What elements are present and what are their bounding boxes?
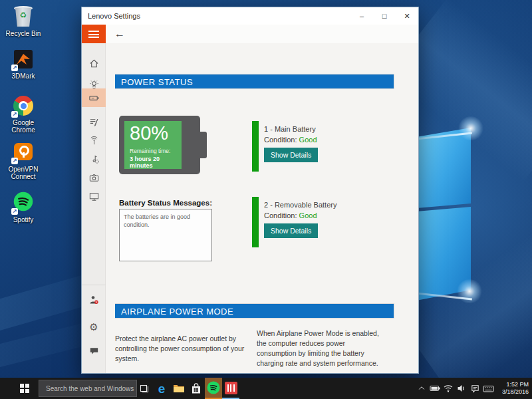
spotify-icon bbox=[207, 381, 220, 394]
minimize-button[interactable]: – bbox=[350, 7, 373, 25]
window-title: Lenovo Settings bbox=[82, 12, 350, 20]
search-input[interactable] bbox=[39, 380, 136, 396]
hamburger-icon bbox=[88, 31, 99, 40]
logo-corner-glow bbox=[458, 116, 484, 140]
windows-start-icon bbox=[20, 384, 29, 393]
condition-value: Good bbox=[299, 136, 317, 144]
wireless-icon bbox=[88, 135, 100, 146]
clock-time: 1:52 PM bbox=[495, 381, 529, 388]
volume-icon bbox=[456, 383, 467, 394]
sidebar-item-settings[interactable]: ⚙ bbox=[82, 317, 106, 336]
battery-messages-box: The batteries are in good condition. bbox=[119, 209, 212, 261]
remaining-time-label: Remaining time: bbox=[130, 148, 170, 154]
tray-volume-button[interactable] bbox=[455, 378, 468, 399]
tray-chevron-up-button[interactable] bbox=[415, 378, 428, 399]
pen-settings-icon bbox=[88, 116, 100, 128]
desktop-icon-3dmark[interactable]: ↗ 3DMark bbox=[4, 48, 43, 80]
show-details-button[interactable]: Show Details bbox=[264, 148, 318, 162]
tray-wifi-button[interactable] bbox=[442, 378, 455, 399]
action-center-icon bbox=[470, 384, 480, 394]
desktop-icon-label: 3DMark bbox=[4, 72, 43, 80]
tray-battery-button[interactable] bbox=[428, 378, 442, 399]
shortcut-arrow-icon: ↗ bbox=[11, 158, 18, 164]
audio-settings-icon bbox=[88, 154, 100, 165]
system-tray: 1:52 PM 3/18/2016 bbox=[415, 378, 532, 399]
lenovo-settings-taskbar-button[interactable] bbox=[222, 378, 239, 399]
desktop-icon-label: OpenVPN Connect bbox=[4, 166, 43, 180]
app-top-bar: ← bbox=[106, 25, 418, 43]
airplane-mode-header: AIRPLANE POWER MODE bbox=[115, 303, 394, 319]
condition-label: Condition: bbox=[264, 136, 299, 144]
maximize-button[interactable]: □ bbox=[373, 7, 396, 25]
condition-label: Condition: bbox=[264, 211, 299, 219]
file-explorer-taskbar-button[interactable] bbox=[170, 378, 188, 399]
store-taskbar-button[interactable] bbox=[188, 378, 205, 399]
back-button[interactable]: ← bbox=[111, 27, 128, 41]
power-status-header: POWER STATUS bbox=[115, 74, 394, 89]
airplane-mode-description-right: When Airplane Power Mode is enabled, the… bbox=[257, 329, 384, 368]
battery-gauge-terminal bbox=[199, 132, 207, 158]
condition-value: Good bbox=[299, 211, 317, 219]
battery-condition: Condition: Good bbox=[264, 136, 398, 144]
sidebar-item-feedback[interactable] bbox=[82, 341, 106, 360]
start-button[interactable] bbox=[0, 378, 37, 399]
feedback-icon bbox=[88, 345, 100, 356]
desktop-icon-label: Spotify bbox=[4, 216, 43, 223]
settings-gear-icon: ⚙ bbox=[89, 322, 98, 332]
battery-gauge: 80% Remaining time: 3 hours 20 minutes bbox=[119, 116, 208, 174]
camera-icon bbox=[88, 172, 100, 184]
task-view-button[interactable] bbox=[136, 378, 153, 399]
desktop-icon-openvpn-connect[interactable]: ↗ OpenVPN Connect bbox=[4, 141, 43, 180]
sidebar-item-wireless[interactable] bbox=[82, 131, 106, 150]
sidebar-item-home[interactable] bbox=[82, 54, 106, 72]
shortcut-arrow-icon: ↗ bbox=[11, 111, 18, 118]
clock-date: 3/18/2016 bbox=[495, 388, 529, 396]
sidebar-item-account[interactable] bbox=[82, 291, 106, 309]
account-alert-icon bbox=[88, 294, 100, 306]
desktop-icon-google-chrome[interactable]: ↗ Google Chrome bbox=[4, 94, 43, 134]
sidebar-divider bbox=[82, 285, 106, 285]
keyboard-icon bbox=[483, 384, 494, 394]
taskbar-search[interactable] bbox=[39, 380, 137, 397]
desktop-icon-spotify[interactable]: ↗ Spotify bbox=[4, 192, 43, 223]
battery-card-removable: 2 - Removable Battery Condition: Good Sh… bbox=[252, 197, 398, 238]
lenovo-settings-window: Lenovo Settings – □ ✕ ← bbox=[81, 7, 419, 374]
sidebar-item-display[interactable] bbox=[82, 187, 106, 205]
desktop-icon-recycle-bin[interactable]: ♻ Recycle Bin bbox=[4, 5, 43, 37]
battery-card-main: 1 - Main Battery Condition: Good Show De… bbox=[252, 121, 398, 162]
power-battery-icon bbox=[88, 92, 100, 104]
desktop-icon-label: Google Chrome bbox=[4, 119, 43, 134]
hamburger-menu-button[interactable] bbox=[82, 25, 106, 43]
show-details-button[interactable]: Show Details bbox=[264, 223, 318, 238]
battery-name: 1 - Main Battery bbox=[264, 121, 398, 133]
shortcut-arrow-icon: ↗ bbox=[11, 208, 18, 215]
taskbar: e bbox=[0, 378, 532, 399]
spotify-taskbar-button[interactable] bbox=[205, 378, 222, 399]
sidebar-item-power[interactable] bbox=[82, 88, 106, 107]
close-button[interactable]: ✕ bbox=[396, 7, 418, 25]
sidebar-item-pen-settings[interactable] bbox=[82, 112, 106, 131]
display-icon bbox=[88, 191, 100, 202]
recycle-icon: ♻ bbox=[13, 11, 34, 20]
windows-logo-upper-pane bbox=[416, 128, 471, 208]
window-titlebar[interactable]: Lenovo Settings – □ ✕ bbox=[82, 7, 418, 25]
wifi-icon bbox=[443, 383, 454, 394]
battery-messages-label: Battery Status Messages: bbox=[119, 199, 212, 207]
desktop-icon-label: Recycle Bin bbox=[4, 30, 43, 37]
airplane-mode-description-left: Protect the airplane AC power outlet by … bbox=[115, 334, 245, 364]
tray-action-center-button[interactable] bbox=[468, 378, 481, 399]
remaining-time-value: 3 hours 20 minutes bbox=[130, 156, 182, 169]
app-content: POWER STATUS 80% Remaining time: 3 hours… bbox=[106, 43, 418, 373]
tray-keyboard-button[interactable] bbox=[481, 378, 495, 399]
file-explorer-icon bbox=[173, 384, 185, 394]
logo-corner-glow bbox=[456, 279, 483, 303]
tray-clock[interactable]: 1:52 PM 3/18/2016 bbox=[495, 381, 532, 396]
edge-icon: e bbox=[158, 382, 166, 395]
sidebar-item-audio[interactable] bbox=[82, 150, 106, 168]
battery-percent: 80% bbox=[130, 122, 168, 144]
sidebar-item-camera[interactable] bbox=[82, 168, 106, 187]
edge-taskbar-button[interactable]: e bbox=[153, 378, 170, 399]
shortcut-arrow-icon: ↗ bbox=[11, 65, 18, 71]
battery-gauge-fill: 80% Remaining time: 3 hours 20 minutes bbox=[124, 121, 182, 169]
battery-icon bbox=[430, 383, 441, 394]
